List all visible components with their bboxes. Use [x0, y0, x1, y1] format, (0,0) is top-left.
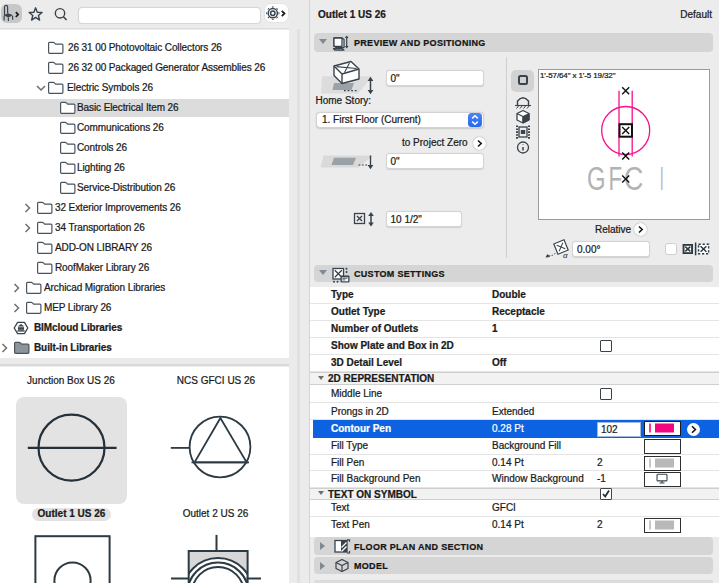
- svg-text:F: F: [608, 159, 622, 196]
- svg-text:α: α: [563, 251, 568, 259]
- svg-text:I: I: [660, 159, 664, 196]
- svg-text:G: G: [586, 159, 605, 196]
